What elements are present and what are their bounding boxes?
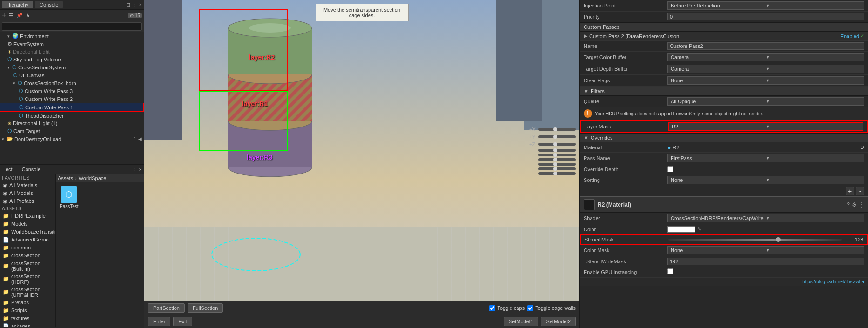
pin-icon[interactable]: 📌 (16, 13, 23, 19)
override-depth-checkbox[interactable] (667, 166, 673, 172)
shader-dropdown[interactable]: CrossSectionHDRP/Renderers/CapWrite ▼ (667, 214, 864, 222)
color-mask-dropdown[interactable]: None ▼ (667, 246, 864, 254)
cross-folder[interactable]: 📁 crossSection (0, 252, 55, 260)
layer-mask-dropdown[interactable]: R2 ▼ (668, 122, 863, 131)
hierarchy-item-crossbox[interactable]: ▾ ⬡ CrossSectionBox_hdrp (0, 79, 144, 87)
filter-icon[interactable]: ☰ (9, 13, 13, 19)
cube-icon: ⬡ (19, 96, 23, 102)
y-axis-slider[interactable] (538, 135, 576, 138)
layer-r2-label: layer:R2 (249, 54, 275, 61)
hierarchy-item-env[interactable]: ▾ 🌍 Environment (0, 32, 144, 40)
extra-slider-2[interactable] (538, 154, 576, 156)
tab-console[interactable]: Console (35, 1, 63, 8)
target-depth-buffer-dropdown[interactable]: Camera ▼ (667, 65, 864, 73)
extra-slider-5[interactable] (538, 167, 576, 170)
project-close-icon[interactable]: × (139, 167, 142, 172)
material-help-button[interactable]: ? (847, 201, 850, 208)
clear-flags-dropdown[interactable]: None ▼ (667, 76, 864, 85)
cross-urp-folder[interactable]: 📁 crossSection (URP&HDR (0, 286, 55, 299)
stencil-slider[interactable] (668, 239, 842, 241)
textures-folder[interactable]: 📁 textures (0, 315, 55, 322)
maximize-icon[interactable]: ⊡ (126, 2, 130, 8)
extra-slider-1[interactable] (538, 149, 576, 152)
search-input[interactable] (2, 22, 142, 31)
hierarchy-item-uicanvas[interactable]: ⬡ UI_Canvas (0, 71, 144, 79)
world-folder[interactable]: 📁 WorldSpaceTransitions (0, 228, 55, 236)
hdrp-folder[interactable]: 📁 HDRPExample (0, 212, 55, 220)
color-swatch[interactable] (667, 226, 695, 233)
all-materials-item[interactable]: ◉ All Materials (0, 181, 55, 189)
viewport-canvas[interactable]: Move the semitransparent section cage si… (144, 0, 579, 301)
hierarchy-item-camtarget[interactable]: ⬡ Cam Target (0, 127, 144, 135)
all-models-item[interactable]: ◉ All Models (0, 189, 55, 197)
extra-slider-6[interactable] (538, 172, 576, 175)
dropdown-arrow-icon: ▼ (766, 99, 861, 104)
cross-hdrp-folder[interactable]: 📁 crossSection (HDRP) (0, 273, 55, 286)
y-axis-label: +Y (529, 134, 537, 140)
tab-hierarchy[interactable]: Hierarchy (2, 1, 33, 8)
material-block: R2 (Material) ? ⚙ ⋮ Shader CrossSectionH… (580, 196, 868, 286)
extra-slider-4[interactable] (538, 163, 576, 166)
priority-input[interactable]: 0 (667, 13, 864, 20)
z-axis-slider[interactable] (538, 143, 576, 146)
queue-dropdown[interactable]: All Opaque ▼ (667, 97, 864, 106)
material-settings-button[interactable]: ⚙ (852, 201, 857, 208)
toggle-cage-walls-checkbox[interactable] (527, 305, 533, 311)
stencil-write-mask-input[interactable] (667, 258, 864, 265)
hierarchy-item-pass1[interactable]: ⬡ Custom Write Pass 1 (0, 103, 144, 112)
target-color-buffer-dropdown[interactable]: Camera ▼ (667, 53, 864, 61)
extra-slider-3[interactable] (538, 158, 576, 161)
remove-button[interactable]: - (856, 187, 864, 195)
scripts-folder[interactable]: 📁 Scripts (0, 307, 55, 315)
cross-builtin-folder[interactable]: 📁 crossSection (Built In) (0, 260, 55, 273)
footer-url[interactable]: https://blog.csdn.net/ilhswwha (580, 277, 868, 286)
material-preview-icon (584, 199, 595, 210)
hierarchy-item-pass3[interactable]: ⬡ Custom Write Pass 3 (0, 87, 144, 95)
hierarchy-item-pass2[interactable]: ⬡ Custom Write Pass 2 (0, 95, 144, 103)
layer-mask-label: Layer Mask (585, 124, 668, 129)
part-section-button[interactable]: PartSection (148, 303, 185, 313)
enter-button[interactable]: Enter (148, 317, 170, 326)
hierarchy-item-thread[interactable]: ⬡ TheadDispatcher (0, 112, 144, 120)
star-icon[interactable]: ★ (26, 13, 30, 19)
advgizmo-item[interactable]: 📄 AdvancedGizmo (0, 236, 55, 244)
eyedropper-icon[interactable]: ✎ (697, 226, 701, 232)
hierarchy-item-cross[interactable]: ▾ ⬡ CrossSectionSystem (0, 63, 144, 71)
menu-icon[interactable]: ⋮ (132, 2, 137, 8)
material-more-button[interactable]: ⋮ (859, 201, 864, 208)
all-prefabs-item[interactable]: ◉ All Prefabs (0, 197, 55, 205)
hierarchy-item-dontdestroy[interactable]: ▾ 📂 DontDestroyOnLoad ⋮ ◀ (0, 135, 144, 143)
set-model1-button[interactable]: SetModel1 (504, 317, 538, 326)
toggle-caps-checkbox[interactable] (489, 305, 495, 311)
priority-row: Priority 0 (580, 12, 868, 22)
dropdown-arrow-icon: ▼ (766, 55, 861, 60)
packages-item[interactable]: 📄 ackages (0, 322, 55, 327)
stencil-thumb (776, 237, 781, 242)
full-section-button[interactable]: FullSection (188, 303, 223, 313)
pass-name-dropdown[interactable]: FirstPass ▼ (667, 154, 864, 162)
project-menu-icon[interactable]: ⋮ (132, 166, 137, 172)
enable-gpu-checkbox[interactable] (667, 268, 673, 274)
exit-button[interactable]: Exit (173, 317, 192, 326)
sorting-dropdown[interactable]: None ▼ (667, 176, 864, 184)
hierarchy-item-skyfog[interactable]: ⬡ Sky and Fog Volume (0, 55, 144, 63)
x-axis-slider[interactable] (538, 128, 576, 131)
injection-point-value: Before Pre Refraction (671, 3, 766, 8)
hierarchy-item-evtsys[interactable]: ⚙ EventSystem (0, 40, 144, 48)
set-model2-button[interactable]: SetModel2 (541, 317, 576, 326)
injection-point-dropdown[interactable]: Before Pre Refraction ▼ (667, 1, 864, 10)
asset-passtest[interactable]: ⬡ PassTest (58, 184, 81, 211)
material-target-icon[interactable]: ⊙ (860, 144, 864, 150)
custom-passes-label: Custom Passes (584, 24, 619, 30)
create-icon[interactable]: + (2, 11, 6, 20)
models-folder[interactable]: 📁 Models (0, 220, 55, 228)
prefabs-folder[interactable]: 📁 Prefabs (0, 299, 55, 307)
name-input[interactable] (667, 42, 864, 50)
hierarchy-item-dirlight2[interactable]: ☀ Directional Light (1) (0, 120, 144, 127)
enabled-label: Enabled (841, 33, 859, 39)
add-button[interactable]: + (846, 187, 854, 195)
filters-label: Filters (591, 88, 605, 94)
common-folder[interactable]: 📁 common (0, 244, 55, 252)
hierarchy-item-dirlight[interactable]: ☀ Directional Light (0, 48, 144, 55)
close-panel-icon[interactable]: × (139, 2, 142, 7)
